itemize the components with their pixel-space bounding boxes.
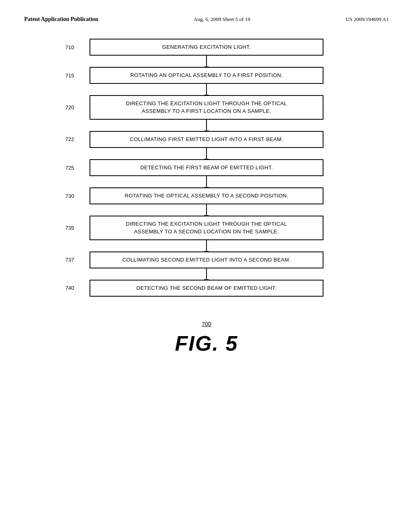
step-label-725: 725 bbox=[65, 165, 74, 171]
arrow-0 bbox=[90, 56, 323, 67]
arrow-4 bbox=[90, 176, 323, 187]
flow-step-722: 722COLLIMATING FIRST EMITTED LIGHT INTO … bbox=[90, 131, 323, 148]
page: Patent Application Publication Aug. 6, 2… bbox=[0, 0, 413, 532]
step-label-710: 710 bbox=[65, 44, 74, 50]
step-box-720: DIRECTING THE EXCITATION LIGHT THROUGH T… bbox=[90, 95, 323, 119]
arrow-1 bbox=[90, 84, 323, 95]
step-label-740: 740 bbox=[65, 285, 74, 291]
step-box-715: ROTATING AN OPTICAL ASSEMBLY TO A FIRST … bbox=[90, 67, 323, 84]
flow-step-735: 735DIRECTING THE EXCITATION LIGHT THROUG… bbox=[90, 216, 323, 240]
flow-step-740: 740DETECTING THE SECOND BEAM OF EMITTED … bbox=[90, 280, 323, 297]
publication-label: Patent Application Publication bbox=[24, 16, 98, 23]
step-label-735: 735 bbox=[65, 225, 74, 231]
arrow-6 bbox=[90, 240, 323, 251]
page-header: Patent Application Publication Aug. 6, 2… bbox=[24, 16, 389, 23]
arrow-5 bbox=[90, 204, 323, 216]
patent-number-label: US 2009/194699 A1 bbox=[346, 16, 389, 23]
figure-label-area: 700 FIG. 5 bbox=[175, 321, 238, 355]
step-label-730: 730 bbox=[65, 193, 74, 199]
figure-title: FIG. 5 bbox=[175, 331, 238, 355]
flowchart: 710GENERATING EXCITATION LIGHT.715ROTATI… bbox=[90, 39, 323, 297]
step-box-710: GENERATING EXCITATION LIGHT. bbox=[90, 39, 323, 56]
step-box-735: DIRECTING THE EXCITATION LIGHT THROUGH T… bbox=[90, 216, 323, 240]
step-box-722: COLLIMATING FIRST EMITTED LIGHT INTO A F… bbox=[90, 131, 323, 148]
step-box-730: ROTATING THE OPTICAL ASSEMBLY TO A SECON… bbox=[90, 187, 323, 204]
step-label-715: 715 bbox=[65, 73, 74, 79]
step-box-740: DETECTING THE SECOND BEAM OF EMITTED LIG… bbox=[90, 280, 323, 297]
flow-step-720: 720DIRECTING THE EXCITATION LIGHT THROUG… bbox=[90, 95, 323, 119]
step-box-725: DETECTING THE FIRST BEAM OF EMITTED LIGH… bbox=[90, 159, 323, 176]
flow-step-730: 730ROTATING THE OPTICAL ASSEMBLY TO A SE… bbox=[90, 187, 323, 204]
diagram-area: 710GENERATING EXCITATION LIGHT.715ROTATI… bbox=[24, 39, 389, 355]
arrow-3 bbox=[90, 148, 323, 159]
step-label-720: 720 bbox=[65, 104, 74, 110]
flow-step-737: 737COLLIMATING SECOND EMITTED LIGHT INTO… bbox=[90, 251, 323, 268]
date-sheet-label: Aug. 6, 2009 Sheet 5 of 19 bbox=[194, 16, 250, 23]
step-box-737: COLLIMATING SECOND EMITTED LIGHT INTO A … bbox=[90, 251, 323, 268]
diagram-number: 700 bbox=[202, 321, 211, 327]
flow-step-725: 725DETECTING THE FIRST BEAM OF EMITTED L… bbox=[90, 159, 323, 176]
step-label-722: 722 bbox=[65, 136, 74, 142]
flow-step-715: 715ROTATING AN OPTICAL ASSEMBLY TO A FIR… bbox=[90, 67, 323, 84]
flow-step-710: 710GENERATING EXCITATION LIGHT. bbox=[90, 39, 323, 56]
step-label-737: 737 bbox=[65, 257, 74, 263]
arrow-7 bbox=[90, 268, 323, 280]
arrow-2 bbox=[90, 120, 323, 131]
